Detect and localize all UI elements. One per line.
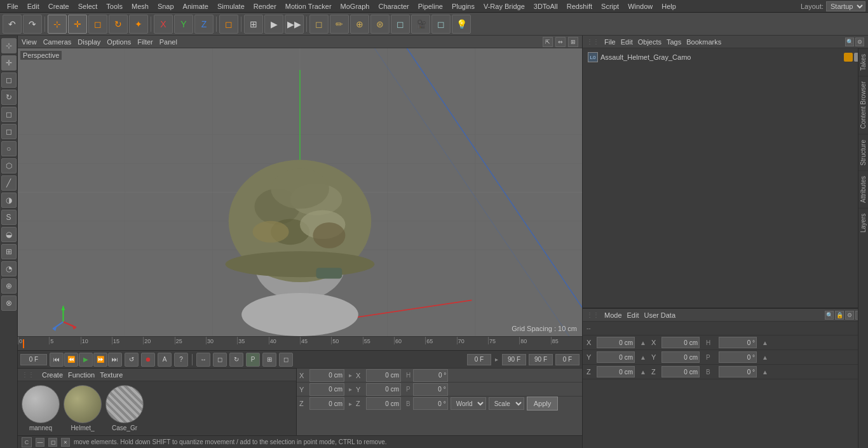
extra-btn-2[interactable]: ◻ xyxy=(213,353,227,367)
vtab-takes[interactable]: Takes xyxy=(858,48,868,76)
loop-button[interactable]: ↺ xyxy=(125,353,139,367)
menu-motion-tracker[interactable]: Motion Tracker xyxy=(281,0,336,13)
menu-animate[interactable]: Animate xyxy=(179,0,213,13)
obj-menu-objects[interactable]: Objects xyxy=(638,38,661,46)
tool-cube[interactable]: ◻ xyxy=(1,124,17,139)
vp-menu-filter[interactable]: Filter xyxy=(137,38,153,46)
attr-search-button[interactable]: 🔍 xyxy=(825,311,834,320)
tool-extra2[interactable]: ⊗ xyxy=(1,295,17,311)
extra-btn-3[interactable]: ↻ xyxy=(229,353,243,367)
attr-lock-button[interactable]: 🔒 xyxy=(835,311,844,320)
rotate-tool-button[interactable]: ↻ xyxy=(109,15,128,34)
status-close-icon[interactable]: × xyxy=(61,438,70,447)
current-frame-display[interactable] xyxy=(555,354,580,365)
attr-z1-input[interactable] xyxy=(597,366,635,377)
mat-menu-create[interactable]: Create xyxy=(42,371,63,379)
attr-y-spin[interactable]: ▲ xyxy=(639,354,648,361)
vtab-content-browser[interactable]: Content Browser xyxy=(858,76,868,133)
tool-move[interactable]: ✛ xyxy=(1,55,17,71)
menu-snap[interactable]: Snap xyxy=(153,0,179,13)
undo-button[interactable]: ↶ xyxy=(3,15,22,34)
cube-button[interactable]: ◻ xyxy=(309,15,329,34)
preview-end-input[interactable] xyxy=(502,354,526,365)
help-button[interactable]: ? xyxy=(174,353,188,367)
attr-y2-input[interactable] xyxy=(661,351,700,363)
tool-line[interactable]: ╱ xyxy=(1,175,17,191)
next-frame-button[interactable]: ⏩ xyxy=(93,353,107,367)
attr-z-spin[interactable]: ▲ xyxy=(639,369,648,376)
menu-create[interactable]: Create xyxy=(44,0,74,13)
attr-x-spin-up[interactable]: ▲ xyxy=(639,339,648,346)
scale-tool-button[interactable]: ✦ xyxy=(129,15,148,34)
forward-to-end-button[interactable]: ⏭ xyxy=(108,353,122,367)
vp-menu-panel[interactable]: Panel xyxy=(159,38,177,46)
apply-button[interactable]: Apply xyxy=(527,397,559,411)
obj-menu-tags[interactable]: Tags xyxy=(667,38,681,46)
tool-s[interactable]: S xyxy=(1,210,17,225)
attr-x1-input[interactable] xyxy=(597,337,635,348)
tool-polygon[interactable]: ◻ xyxy=(1,72,17,88)
light-button[interactable]: 💡 xyxy=(452,15,471,34)
coord-p-input[interactable] xyxy=(413,383,448,396)
auto-key-button[interactable]: A xyxy=(158,353,172,367)
vp-menu-view[interactable]: View xyxy=(22,38,37,46)
total-end-input[interactable] xyxy=(529,354,553,365)
menu-character[interactable]: Character xyxy=(374,0,413,13)
coord-y-pos-input[interactable] xyxy=(309,383,344,396)
obj-config-button[interactable]: ⚙ xyxy=(855,37,864,46)
vp-maximize-button[interactable]: ⊞ xyxy=(568,37,578,47)
menu-render[interactable]: Render xyxy=(249,0,281,13)
tool-rotate[interactable]: ↻ xyxy=(1,90,17,105)
move-tool-button[interactable]: ✛ xyxy=(68,15,87,34)
obj-menu-edit[interactable]: Edit xyxy=(621,38,633,46)
attr-b-input[interactable] xyxy=(719,366,757,377)
menu-mograph[interactable]: MoGraph xyxy=(336,0,374,13)
vtab-attributes[interactable]: Attributes xyxy=(858,170,868,208)
obj-menu-file[interactable]: File xyxy=(604,38,616,46)
play-button[interactable]: ▶ xyxy=(79,353,93,367)
menu-redshift[interactable]: Redshift xyxy=(562,0,597,13)
menu-help[interactable]: Help xyxy=(657,0,681,13)
attr-config-button[interactable]: ⚙ xyxy=(845,311,854,320)
atom-button[interactable]: ⊛ xyxy=(370,15,390,34)
floor2-button[interactable]: ◻ xyxy=(431,15,451,34)
render-view-button[interactable]: ▶ xyxy=(264,15,283,34)
render-region-button[interactable]: ⊞ xyxy=(244,15,263,34)
render-button[interactable]: ▶▶ xyxy=(285,15,304,34)
material-case[interactable]: Case_Gr xyxy=(105,385,144,431)
vp-menu-options[interactable]: Options xyxy=(107,38,131,46)
redo-button[interactable]: ↷ xyxy=(23,15,42,34)
preview-start-input[interactable] xyxy=(467,354,491,365)
object-mode-button[interactable]: ◻ xyxy=(219,15,238,34)
attr-menu-mode[interactable]: Mode xyxy=(604,311,622,319)
attr-h-spin[interactable]: ▲ xyxy=(761,339,770,346)
menu-mesh[interactable]: Mesh xyxy=(127,0,153,13)
coord-x-pos2-input[interactable] xyxy=(366,369,401,382)
attr-z2-input[interactable] xyxy=(661,366,700,377)
prev-frame-button[interactable]: ⏪ xyxy=(64,353,78,367)
extra-btn-5[interactable]: ⊞ xyxy=(262,353,276,367)
floor-button[interactable]: ◻ xyxy=(391,15,410,34)
vp-menu-display[interactable]: Display xyxy=(78,38,100,46)
material-helmet[interactable]: Helmet_ xyxy=(64,385,102,431)
current-frame-input[interactable] xyxy=(20,354,47,365)
axis-y-button[interactable]: Y xyxy=(174,15,193,34)
tool-scale[interactable]: ◻ xyxy=(1,107,17,122)
menu-edit[interactable]: Edit xyxy=(23,0,44,13)
status-cinema-icon[interactable]: C xyxy=(22,437,32,447)
tool-paint[interactable]: ◑ xyxy=(1,193,17,208)
tool-sculpt[interactable]: ◔ xyxy=(1,261,17,276)
obj-search-button[interactable]: 🔍 xyxy=(845,37,854,46)
menu-pipeline[interactable]: Pipeline xyxy=(414,0,447,13)
array-button[interactable]: ⊕ xyxy=(350,15,369,34)
mat-menu-function[interactable]: Function xyxy=(68,371,95,379)
vp-expand-button[interactable]: ⇱ xyxy=(543,37,553,47)
extra-btn-6[interactable]: ◻ xyxy=(279,353,293,367)
menu-simulate[interactable]: Simulate xyxy=(213,0,249,13)
coord-z-pos2-input[interactable] xyxy=(366,397,401,410)
tool-select[interactable]: ⊹ xyxy=(1,38,17,53)
extra-btn-1[interactable]: ↔ xyxy=(196,353,210,367)
coord-b-input[interactable] xyxy=(413,397,448,410)
tool-grid[interactable]: ⊞ xyxy=(1,244,17,259)
world-dropdown[interactable]: World xyxy=(451,397,486,410)
